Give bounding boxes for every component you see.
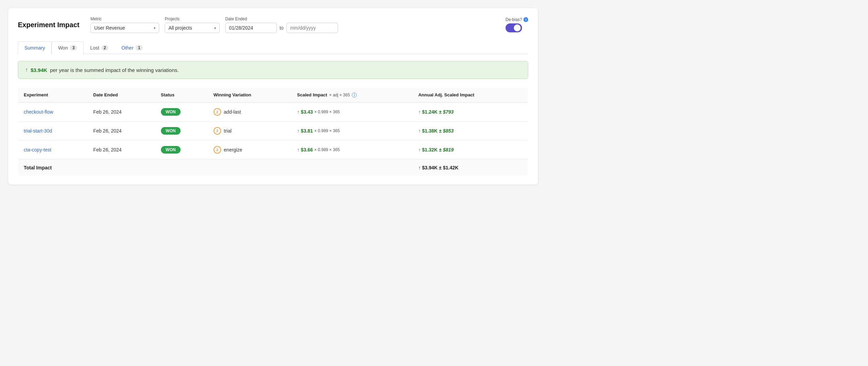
filters-area: Metric User Revenue ▾ Projects All proje… <box>90 17 528 33</box>
scaled-impact-multiplier-label: × adj × 365 <box>329 93 350 97</box>
date-inputs: to <box>225 23 338 33</box>
tab-won[interactable]: Won 3 <box>52 41 84 54</box>
table-row: checkout-flow Feb 26, 2024 WON 2 add-las… <box>18 103 528 122</box>
date-end-input[interactable] <box>286 23 338 33</box>
projects-select[interactable]: All projects ▾ <box>165 23 220 33</box>
experiment-link[interactable]: trial-start-30d <box>24 128 52 134</box>
col-header-scaled-impact: Scaled Impact × adj × 365 i <box>292 87 413 103</box>
scaled-impact-label: Scaled Impact <box>297 92 327 97</box>
cell-winning-variation: 2 add-last <box>208 103 292 122</box>
cell-date-ended: Feb 26, 2024 <box>88 140 155 159</box>
date-ended-label: Date Ended <box>225 17 338 21</box>
tab-lost[interactable]: Lost 2 <box>84 41 115 54</box>
cell-annual-impact: ↑ $1.38K ± $853 <box>413 122 528 140</box>
scaled-impact-value: ↑ $3.66 × 0.989 × 365 <box>297 147 408 153</box>
debias-group: De-bias? i <box>506 17 528 32</box>
cell-status: WON <box>155 103 208 122</box>
scaled-impact-info-icon[interactable]: i <box>352 93 357 97</box>
scaled-multiplier: × 0.989 × 365 <box>314 128 340 133</box>
annual-value: ↑ $1.32K <box>418 147 437 153</box>
annual-margin: ± $793 <box>439 109 454 115</box>
table-row: trial-start-30d Feb 26, 2024 WON 2 trial… <box>18 122 528 140</box>
impact-banner: ↑ $3.94K per year is the summed impact o… <box>18 61 528 79</box>
metric-filter-group: Metric User Revenue ▾ <box>90 17 159 33</box>
scaled-multiplier: × 0.989 × 365 <box>314 147 340 152</box>
cell-scaled-impact: ↑ $3.43 × 0.989 × 365 <box>292 103 413 122</box>
col-header-winning-variation: Winning Variation <box>208 87 292 103</box>
tab-other-badge: 1 <box>135 45 143 51</box>
scaled-impact-value: ↑ $3.43 × 0.989 × 365 <box>297 109 408 115</box>
projects-filter-group: Projects All projects ▾ <box>165 17 220 33</box>
cell-date-ended: Feb 26, 2024 <box>88 122 155 140</box>
variation-name: add-last <box>224 109 241 115</box>
debias-info-icon[interactable]: i <box>523 17 528 22</box>
total-label: Total Impact <box>18 159 413 176</box>
page-title: Experiment Impact <box>18 21 79 29</box>
date-start-input[interactable] <box>225 23 277 33</box>
cell-experiment: cta-copy-test <box>18 140 88 159</box>
col-header-status: Status <box>155 87 208 103</box>
table-row: cta-copy-test Feb 26, 2024 WON 2 energiz… <box>18 140 528 159</box>
impact-text: per year is the summed impact of the win… <box>50 67 178 73</box>
status-badge: WON <box>161 127 181 135</box>
annual-margin: ± $853 <box>439 128 454 134</box>
up-arrow-icon: ↑ <box>297 109 300 115</box>
experiment-link[interactable]: cta-copy-test <box>24 147 51 153</box>
col-header-annual-impact: Annual Adj. Scaled Impact <box>413 87 528 103</box>
status-badge: WON <box>161 146 181 154</box>
debias-toggle[interactable] <box>506 23 522 32</box>
cell-experiment: trial-start-30d <box>18 122 88 140</box>
total-annual-value: ↑ $3.94K ± $1.42K <box>413 159 528 176</box>
metric-chevron-icon: ▾ <box>154 26 155 30</box>
scaled-multiplier: × 0.989 × 365 <box>314 109 340 114</box>
cell-winning-variation: 2 trial <box>208 122 292 140</box>
variation-badge: 2 <box>214 108 221 116</box>
metric-select[interactable]: User Revenue ▾ <box>90 23 159 33</box>
tabs-row: Summary Won 3 Lost 2 Other 1 <box>18 41 528 54</box>
projects-select-value: All projects <box>169 25 211 31</box>
data-table: Experiment Date Ended Status Winning Var… <box>18 87 528 176</box>
tab-summary[interactable]: Summary <box>18 41 52 54</box>
total-row: Total Impact ↑ $3.94K ± $1.42K <box>18 159 528 176</box>
scaled-amount: $3.81 <box>301 128 313 134</box>
col-header-date-ended: Date Ended <box>88 87 155 103</box>
cell-scaled-impact: ↑ $3.81 × 0.989 × 365 <box>292 122 413 140</box>
table-header-row: Experiment Date Ended Status Winning Var… <box>18 87 528 103</box>
variation-badge: 2 <box>214 127 221 135</box>
date-separator: to <box>280 25 284 31</box>
scaled-amount: $3.66 <box>301 147 313 153</box>
up-arrow-icon: ↑ <box>297 128 300 134</box>
debias-toggle-container <box>506 23 528 32</box>
col-header-experiment: Experiment <box>18 87 88 103</box>
cell-date-ended: Feb 26, 2024 <box>88 103 155 122</box>
annual-value: ↑ $1.38K <box>418 128 437 134</box>
impact-arrow-icon: ↑ <box>25 67 28 73</box>
debias-label-row: De-bias? i <box>506 17 528 22</box>
variation-name: energize <box>224 147 242 153</box>
annual-margin: ± $819 <box>439 147 454 153</box>
header-row: Experiment Impact Metric User Revenue ▾ … <box>18 17 528 33</box>
variation-cell: 2 add-last <box>214 108 286 116</box>
page-container: Experiment Impact Metric User Revenue ▾ … <box>8 8 538 185</box>
tab-won-badge: 3 <box>70 45 77 51</box>
cell-annual-impact: ↑ $1.32K ± $819 <box>413 140 528 159</box>
debias-label: De-bias? <box>506 17 522 22</box>
cell-status: WON <box>155 122 208 140</box>
cell-experiment: checkout-flow <box>18 103 88 122</box>
tab-lost-badge: 2 <box>101 45 109 51</box>
metric-select-value: User Revenue <box>94 25 151 31</box>
cell-scaled-impact: ↑ $3.66 × 0.989 × 365 <box>292 140 413 159</box>
up-arrow-icon: ↑ <box>297 147 300 153</box>
tab-other[interactable]: Other 1 <box>115 41 149 54</box>
tab-other-label: Other <box>121 45 133 51</box>
status-badge: WON <box>161 108 181 116</box>
variation-cell: 2 trial <box>214 127 286 135</box>
cell-winning-variation: 2 energize <box>208 140 292 159</box>
metric-label: Metric <box>90 17 159 21</box>
date-ended-group: Date Ended to <box>225 17 338 33</box>
projects-chevron-icon: ▾ <box>214 26 216 30</box>
impact-amount: $3.94K <box>31 67 47 73</box>
experiment-link[interactable]: checkout-flow <box>24 109 53 115</box>
tab-lost-label: Lost <box>90 45 99 51</box>
annual-value: ↑ $1.24K <box>418 109 437 115</box>
